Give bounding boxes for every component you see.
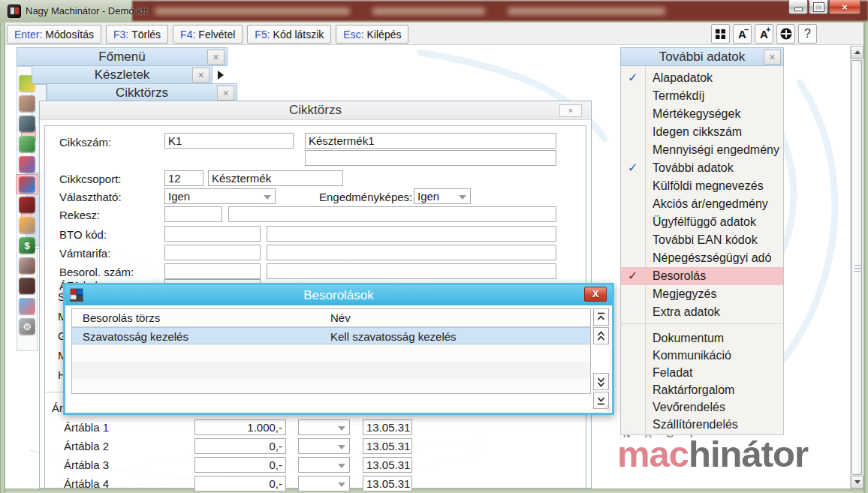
cikkszam-input[interactable]: K1 <box>164 133 294 149</box>
menu-icon-12[interactable] <box>19 298 35 314</box>
menu-icon-6[interactable] <box>19 176 35 193</box>
panel-item[interactable]: Külföldi megnevezés <box>621 177 783 195</box>
menu-icon-11[interactable] <box>19 278 35 294</box>
close-button[interactable]: × <box>829 0 860 14</box>
vamtarifa-name-input[interactable] <box>267 245 556 260</box>
cikkcsoport-name-input[interactable]: Késztermék <box>208 170 343 186</box>
cikktorzs-mini-titlebar[interactable]: Cikktörzs × <box>47 83 237 102</box>
panel-item[interactable]: Ügyfélfüggő adatok <box>621 213 783 231</box>
table-row-selected[interactable]: Szavatosság kezelésKell szavatosság keze… <box>72 327 590 344</box>
toolbar-button[interactable]: Enter:Módosítás <box>7 25 101 44</box>
page-down-button[interactable] <box>593 373 609 390</box>
toolbar-buttons: Enter:MódosításF3:TörlésF4:FelvételF5:Kó… <box>7 25 408 44</box>
panel-item[interactable]: További EAN kódok <box>621 231 783 249</box>
dialog-close-button[interactable]: X <box>584 287 607 302</box>
rekesz-name-input[interactable] <box>228 206 556 222</box>
table-row-empty[interactable] <box>72 378 590 394</box>
vertical-scrollbar[interactable] <box>850 46 863 488</box>
artabla-value-input[interactable]: 0,- <box>194 476 286 491</box>
artabla-value-input[interactable]: 1.000,- <box>194 419 286 435</box>
menu-icon-3[interactable] <box>19 116 35 132</box>
panel-item[interactable]: Raktárforgalom <box>621 381 783 399</box>
menu-icon-4[interactable] <box>19 136 35 152</box>
panel-item[interactable]: Mértékegységek <box>621 105 783 123</box>
artabla-currency-select[interactable] <box>298 457 350 473</box>
panel-item[interactable]: Idegen cikkszám <box>621 123 783 141</box>
bto-name-input[interactable] <box>267 226 556 242</box>
artabla-value-input[interactable]: 0,- <box>194 457 286 473</box>
scroll-down-arrow[interactable] <box>851 476 863 488</box>
artabla-date-input[interactable]: 13.05.31 <box>363 476 412 491</box>
besorolasok-titlebar[interactable]: Besorolások <box>65 285 612 305</box>
fomenu-titlebar[interactable]: Főmenü × <box>17 47 228 66</box>
panel-item[interactable]: Akciós ár/engedmény <box>621 195 783 213</box>
help-button[interactable]: ? <box>798 24 817 44</box>
panel-item[interactable]: Termékdíj <box>621 87 783 105</box>
artabla-currency-select[interactable] <box>298 438 350 454</box>
font-decrease-button[interactable]: A − <box>733 24 752 44</box>
panel-item[interactable]: ✓További adatok <box>621 159 783 177</box>
panel-item[interactable]: ✓Besorolás <box>621 267 783 285</box>
besorol-name-input[interactable] <box>267 263 556 279</box>
cikknev2-input[interactable] <box>305 150 556 166</box>
table-row-empty[interactable] <box>72 344 590 362</box>
scroll-up-arrow[interactable] <box>851 46 863 59</box>
form-close-icon[interactable]: × <box>559 104 582 117</box>
panel-item[interactable]: Dokumentum <box>621 329 783 347</box>
page-up-button[interactable] <box>593 327 609 344</box>
toolbar-button[interactable]: F3:Törlés <box>106 25 168 44</box>
artabla-currency-select[interactable] <box>298 476 350 491</box>
column-header: Besorolás törzs <box>83 311 160 324</box>
cikktorzs-close-icon[interactable]: × <box>217 86 234 101</box>
engedmenykepes-select[interactable]: Igen <box>414 188 471 204</box>
bto-code-input[interactable] <box>164 226 261 242</box>
vamtarifa-code-input[interactable] <box>164 245 261 260</box>
panel-item-label: Akciós ár/engedmény <box>653 197 768 211</box>
artabla-value-input[interactable]: 0,- <box>194 438 286 454</box>
cikkcsoport-code-input[interactable]: 12 <box>164 170 203 186</box>
grid-view-button[interactable] <box>711 24 730 44</box>
panel-item[interactable]: Népegészségügyi adó <box>621 249 783 267</box>
font-increase-button[interactable]: A + <box>755 24 773 44</box>
panel-item[interactable]: Extra adatok <box>621 303 783 321</box>
menu-icon-8[interactable] <box>19 217 35 233</box>
maximize-button[interactable] <box>809 0 828 14</box>
toolbar-button[interactable]: F5:Kód látszik <box>247 25 331 44</box>
minimize-button[interactable] <box>788 0 808 14</box>
resize-grip[interactable] <box>604 405 610 411</box>
valaszthato-select[interactable]: Igen <box>164 188 276 204</box>
artabla-date-input[interactable]: 13.05.31 <box>363 457 412 473</box>
submenu-arrow-icon[interactable] <box>218 71 224 80</box>
panel-close-icon[interactable]: × <box>764 50 781 65</box>
navigate-button[interactable] <box>776 24 795 44</box>
menu-icon-gear[interactable]: ⚙ <box>19 318 35 335</box>
tovabbi-adatok-titlebar[interactable]: További adatok × <box>620 47 784 66</box>
besorol-code-input[interactable] <box>164 263 261 279</box>
table-row-empty[interactable] <box>72 362 590 378</box>
keszletek-titlebar[interactable]: Készletek × <box>32 65 212 84</box>
toolbar-button[interactable]: Esc:Kilépés <box>336 25 408 44</box>
toolbar-button-key: Enter: <box>14 29 42 41</box>
menu-icon-9[interactable]: $ <box>19 237 35 254</box>
keszletek-close-icon[interactable]: × <box>192 68 209 83</box>
menu-icon-7[interactable] <box>19 197 35 213</box>
menu-icon-2[interactable] <box>19 95 35 112</box>
panel-item[interactable]: ✓Alapadatok <box>621 69 783 87</box>
artabla-date-input[interactable]: 13.05.31 <box>363 419 412 435</box>
panel-item[interactable]: Szállítórendelés <box>621 416 783 434</box>
fomenu-close-icon[interactable]: × <box>207 50 225 65</box>
scroll-top-button[interactable] <box>593 308 609 326</box>
rekesz-code-input[interactable] <box>164 206 222 222</box>
scrollbar-thumb[interactable] <box>851 60 862 475</box>
panel-item[interactable]: Kommunikáció <box>621 347 783 365</box>
artabla-date-input[interactable]: 13.05.31 <box>363 438 412 454</box>
toolbar-button[interactable]: F4:Felvétel <box>173 25 243 44</box>
artabla-currency-select[interactable] <box>298 419 350 435</box>
panel-item[interactable]: Megjegyzés <box>621 285 783 303</box>
menu-icon-5[interactable] <box>19 156 35 173</box>
panel-item[interactable]: Mennyiségi engedmény <box>621 141 783 159</box>
menu-icon-10[interactable] <box>19 257 35 274</box>
cikknev-input[interactable]: Késztermék1 <box>305 133 556 149</box>
panel-item[interactable]: Feladat <box>621 364 783 382</box>
panel-item[interactable]: Vevőrendelés <box>621 398 783 416</box>
